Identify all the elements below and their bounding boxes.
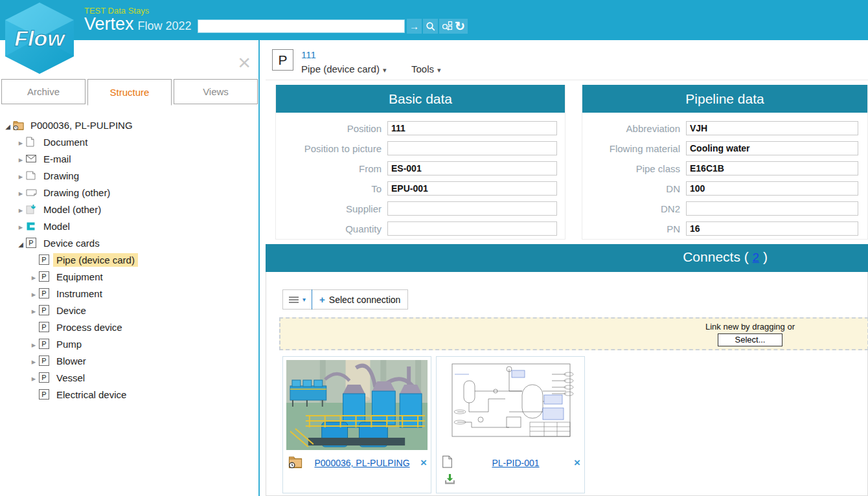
top-bar: TEST Data Stays VertexFlow 2022 → ↻ [0, 0, 868, 40]
select-connection-button[interactable]: + Select connection [312, 290, 407, 309]
connects-panel-body: ▾ + Select connection Link new by draggi… [266, 272, 868, 496]
search-go-button[interactable]: → [407, 19, 422, 34]
linked-drawing-link[interactable]: PL-PID-001 [461, 458, 570, 468]
main-content: P 111 Pipe (device card)▾ Tools▾ Basic d… [261, 40, 868, 496]
position-input[interactable] [387, 121, 557, 135]
entity-id: 111 [301, 49, 316, 60]
field-label-from: From [276, 163, 387, 174]
remove-link-icon[interactable]: × [570, 457, 580, 469]
flow-logo: Flow [5, 3, 74, 74]
caret-collapsed-icon[interactable] [16, 187, 26, 198]
dn-input[interactable] [686, 181, 858, 196]
tab-views[interactable]: Views [174, 79, 258, 104]
linked-item-card: PL-PID-001 × [436, 356, 585, 493]
field-label-flowing-material: Flowing material [582, 143, 686, 154]
caret-collapsed-icon[interactable] [16, 153, 26, 164]
caret-collapsed-icon[interactable] [16, 221, 26, 232]
refresh-icon[interactable]: ↻ [455, 19, 465, 34]
tree-item-equipment[interactable]: P Equipment [0, 268, 258, 285]
linked-project-link[interactable]: P000036, PL-PULPING [308, 458, 417, 468]
caret-collapsed-icon[interactable] [29, 339, 39, 350]
tree-item-model-other[interactable]: Model (other) [0, 201, 258, 218]
sidebar: × Archive Structure Views P000036, PL-PU… [0, 40, 260, 496]
caret-expanded-icon[interactable] [16, 238, 26, 249]
pipeline-data-panel: Pipeline data Abbreviation Flowing mater… [582, 85, 868, 240]
caret-collapsed-icon[interactable] [16, 204, 26, 215]
field-label-pipe-class: Pipe class [582, 163, 686, 174]
folder-clock-icon [13, 120, 27, 130]
flowing-material-input[interactable] [686, 141, 858, 155]
position-to-picture-input[interactable] [387, 141, 557, 155]
connects-count-link[interactable]: 2 [753, 251, 760, 264]
caret-collapsed-icon[interactable] [29, 305, 39, 316]
pid-drawing-thumbnail[interactable] [440, 360, 581, 450]
document-icon [442, 455, 461, 471]
tree-item-drawing[interactable]: Drawing [0, 167, 258, 184]
caret-collapsed-icon[interactable] [29, 372, 39, 383]
connections-menu-button[interactable]: ▾ [283, 290, 312, 309]
close-icon[interactable]: × [238, 53, 251, 71]
card-type-dropdown[interactable]: Pipe (device card)▾ [301, 63, 386, 74]
device-card-icon: P [39, 271, 53, 282]
device-card-icon: P [39, 305, 53, 315]
supplier-input[interactable] [387, 201, 557, 216]
field-label-dn2: DN2 [582, 203, 686, 214]
field-label-quantity: Quantity [276, 223, 387, 234]
field-label-supplier: Supplier [276, 203, 387, 214]
tab-structure[interactable]: Structure [87, 79, 172, 106]
advanced-search-icon[interactable] [442, 21, 453, 32]
download-icon[interactable] [444, 473, 455, 487]
dn2-input[interactable] [686, 201, 858, 216]
caret-collapsed-icon[interactable] [29, 355, 39, 366]
device-card-icon: P [39, 372, 53, 383]
device-card-icon: P [39, 339, 53, 349]
device-card-icon: P [39, 288, 53, 299]
caret-collapsed-icon[interactable] [29, 271, 39, 282]
tree-item-instrument[interactable]: P Instrument [0, 285, 258, 302]
envelope-icon [26, 155, 40, 163]
quantity-input[interactable] [387, 221, 557, 236]
device-card-icon: P [39, 322, 53, 332]
tree-item-device[interactable]: P Device [0, 302, 258, 319]
sidebar-tabs: Archive Structure Views [1, 79, 258, 106]
tree-item-document[interactable]: Document [0, 133, 258, 150]
app-title: VertexFlow 2022 [84, 14, 192, 34]
tools-dropdown[interactable]: Tools▾ [411, 63, 441, 74]
caret-collapsed-icon[interactable] [16, 137, 26, 148]
select-link-button[interactable]: Select... [718, 333, 782, 346]
pipe-class-input[interactable] [686, 161, 858, 175]
tree-item-email[interactable]: E-mail [0, 150, 258, 167]
tab-archive[interactable]: Archive [1, 79, 86, 104]
field-label-position-to-picture: Position to picture [276, 143, 387, 154]
tree-item-device-cards[interactable]: P Device cards [0, 234, 258, 251]
tree-item-model[interactable]: Model [0, 218, 258, 234]
tree-item-drawing-other[interactable]: Drawing (other) [0, 184, 258, 201]
tree-item-project[interactable]: P000036, PL-PULPING [0, 117, 258, 133]
header-divider [266, 80, 868, 80]
remove-link-icon[interactable]: × [417, 457, 427, 469]
model-other-icon [26, 204, 40, 214]
structure-tree: P000036, PL-PULPING Document E-mail [0, 117, 258, 403]
tree-item-electrical-device[interactable]: P Electrical device [0, 386, 258, 403]
vertex-flow-window: TEST Data Stays VertexFlow 2022 → ↻ Flow… [0, 0, 868, 496]
caret-collapsed-icon[interactable] [29, 288, 39, 299]
global-search-input[interactable] [198, 19, 405, 33]
field-label-dn: DN [582, 183, 686, 194]
link-drop-zone[interactable]: Link new by dragging or Select... [279, 317, 868, 350]
tree-item-pump[interactable]: P Pump [0, 335, 258, 352]
caret-expanded-icon[interactable] [3, 120, 13, 131]
to-input[interactable] [387, 181, 557, 196]
abbreviation-input[interactable] [686, 121, 858, 135]
from-input[interactable] [387, 161, 557, 175]
device-card-icon: P [39, 355, 53, 366]
caret-collapsed-icon[interactable] [16, 170, 26, 181]
pn-input[interactable] [686, 221, 858, 236]
chevron-down-icon: ▾ [383, 66, 387, 74]
plant-3d-thumbnail[interactable] [286, 360, 428, 450]
tree-item-vessel[interactable]: P Vessel [0, 369, 258, 386]
magnifier-icon [426, 21, 436, 32]
tree-item-pipe-device-card[interactable]: P Pipe (device card) [0, 251, 258, 268]
search-button[interactable] [423, 19, 438, 34]
tree-item-blower[interactable]: P Blower [0, 352, 258, 369]
tree-item-process-device[interactable]: P Process device [0, 319, 258, 335]
